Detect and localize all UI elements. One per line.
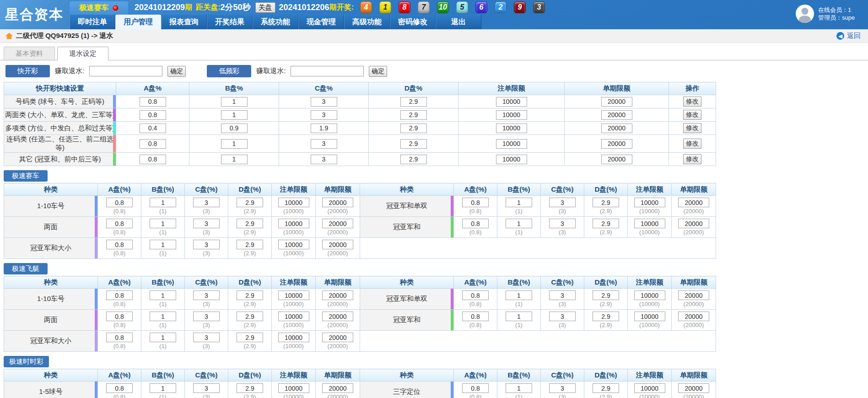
rate-input[interactable]	[496, 97, 527, 107]
rate-input[interactable]	[496, 139, 527, 149]
rate-input[interactable]	[506, 198, 532, 207]
back-link[interactable]: ◀ 返回	[836, 32, 861, 40]
rate-input[interactable]	[106, 290, 133, 300]
rate-input[interactable]	[462, 219, 489, 228]
rate-input[interactable]	[634, 290, 665, 300]
rate-input[interactable]	[322, 290, 353, 300]
rate-input[interactable]	[237, 383, 263, 393]
rate-input[interactable]	[311, 124, 337, 133]
modify-button[interactable]: 修改	[683, 154, 701, 164]
rate-input[interactable]	[593, 290, 619, 300]
rate-input[interactable]	[634, 312, 665, 321]
rate-input[interactable]	[322, 198, 353, 207]
rate-input[interactable]	[506, 312, 532, 321]
rate-input[interactable]	[140, 139, 166, 149]
rate-input[interactable]	[549, 290, 576, 300]
section-title-button[interactable]: 极速赛车	[4, 170, 48, 182]
modify-button[interactable]: 修改	[683, 139, 701, 149]
rate-input[interactable]	[496, 124, 527, 133]
rate-input[interactable]	[278, 290, 309, 300]
rate-input[interactable]	[278, 240, 309, 249]
nav-item-7[interactable]: 密码修改	[390, 15, 436, 29]
rate-input[interactable]	[150, 383, 176, 393]
rate-input[interactable]	[322, 383, 353, 393]
rate-input[interactable]	[678, 383, 709, 393]
rate-input[interactable]	[150, 312, 176, 321]
rate-input[interactable]	[237, 290, 263, 300]
rate-input[interactable]	[311, 155, 337, 164]
rate-input[interactable]	[150, 198, 176, 207]
nav-item-4[interactable]: 系统功能	[253, 15, 298, 29]
rate-input[interactable]	[506, 383, 532, 393]
rate-input[interactable]	[237, 240, 263, 249]
rate-input[interactable]	[678, 290, 709, 300]
rate-input[interactable]	[678, 312, 709, 321]
rate-input[interactable]	[601, 155, 632, 164]
rate-input[interactable]	[549, 312, 576, 321]
rate-input[interactable]	[462, 383, 489, 393]
rate-input[interactable]	[278, 198, 309, 207]
rate-input[interactable]	[106, 312, 133, 321]
rate-input[interactable]	[634, 383, 665, 393]
rate-input[interactable]	[678, 219, 709, 228]
rate-input[interactable]	[193, 383, 220, 393]
rate-input[interactable]	[601, 124, 632, 133]
rate-input[interactable]	[311, 110, 337, 120]
rate-input[interactable]	[322, 333, 353, 342]
rate-input[interactable]	[634, 198, 665, 207]
rate-input[interactable]	[593, 219, 619, 228]
confirm-button[interactable]: 确定	[369, 66, 387, 77]
rate-input[interactable]	[506, 290, 532, 300]
nav-item-2[interactable]: 报表查询	[161, 15, 207, 29]
rate-input[interactable]	[496, 155, 527, 164]
low-frequency-button[interactable]: 低频彩	[207, 65, 251, 77]
rate-input[interactable]	[193, 290, 220, 300]
nav-item-1[interactable]: 用户管理	[115, 15, 161, 29]
rate-input[interactable]	[221, 155, 248, 164]
fast-lottery-button[interactable]: 快开彩	[5, 65, 50, 77]
tab-rebate-settings[interactable]: 退水设定	[57, 47, 108, 60]
rate-input[interactable]	[193, 219, 220, 228]
rate-input[interactable]	[278, 219, 309, 228]
rebate-input[interactable]	[291, 66, 364, 76]
rate-input[interactable]	[311, 139, 337, 149]
rate-input[interactable]	[150, 333, 176, 342]
rate-input[interactable]	[193, 198, 220, 207]
close-plate-button[interactable]: 关盘	[255, 2, 275, 13]
rate-input[interactable]	[593, 198, 619, 207]
rate-input[interactable]	[400, 155, 427, 164]
rate-input[interactable]	[601, 139, 632, 149]
rate-input[interactable]	[140, 155, 166, 164]
rate-input[interactable]	[549, 198, 576, 207]
rate-input[interactable]	[150, 240, 176, 249]
rate-input[interactable]	[549, 219, 576, 228]
rate-input[interactable]	[237, 219, 263, 228]
rate-input[interactable]	[634, 219, 665, 228]
rebate-input[interactable]	[89, 66, 162, 76]
modify-button[interactable]: 修改	[683, 97, 701, 107]
rate-input[interactable]	[193, 333, 220, 342]
rate-input[interactable]	[237, 312, 263, 321]
rate-input[interactable]	[601, 110, 632, 120]
rate-input[interactable]	[549, 383, 576, 393]
section-title-button[interactable]: 极速飞艇	[4, 263, 48, 274]
rate-input[interactable]	[278, 383, 309, 393]
rate-input[interactable]	[106, 240, 133, 249]
rate-input[interactable]	[462, 312, 489, 321]
rate-input[interactable]	[400, 110, 427, 120]
rate-input[interactable]	[462, 198, 489, 207]
rate-input[interactable]	[593, 312, 619, 321]
rate-input[interactable]	[237, 198, 263, 207]
rate-input[interactable]	[322, 240, 353, 249]
rate-input[interactable]	[140, 110, 166, 120]
modify-button[interactable]: 修改	[683, 110, 701, 120]
nav-item-3[interactable]: 开奖结果	[207, 15, 253, 29]
rate-input[interactable]	[400, 124, 427, 133]
rate-input[interactable]	[221, 110, 248, 120]
rate-input[interactable]	[150, 290, 176, 300]
nav-item-0[interactable]: 即时注单	[70, 15, 115, 29]
rate-input[interactable]	[400, 97, 427, 107]
rate-input[interactable]	[221, 97, 248, 107]
rate-input[interactable]	[400, 139, 427, 149]
rate-input[interactable]	[506, 219, 532, 228]
